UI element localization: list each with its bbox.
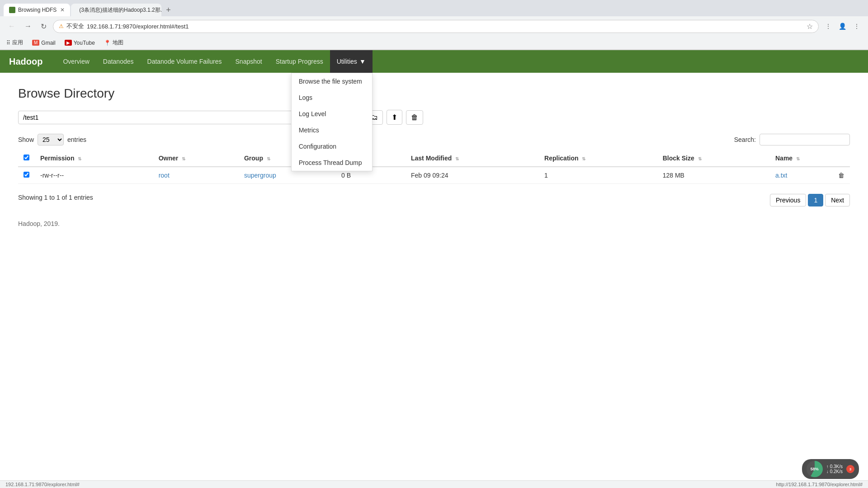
utilities-menu: Browse the file system Logs Log Level Me… (291, 73, 373, 171)
bookmark-icon[interactable]: ☆ (807, 22, 813, 31)
row-block-size: 128 MB (657, 167, 770, 184)
sort-block-size-icon: ⇅ (698, 156, 702, 161)
path-input[interactable] (18, 111, 335, 124)
col-owner-label: Owner (159, 155, 179, 162)
col-name-label: Name (775, 155, 793, 162)
navbar-brand[interactable]: Hadoop (9, 56, 42, 67)
youtube-icon: ▶ (65, 40, 72, 46)
row-group-link[interactable]: supergroup (244, 172, 276, 179)
bookmark-apps[interactable]: ⠿ 应用 (4, 38, 26, 47)
row-delete-icon[interactable]: 🗑 (838, 172, 844, 179)
bookmark-gmail-label: Gmail (41, 40, 55, 46)
col-name[interactable]: Name ⇅ (770, 150, 850, 167)
row-owner: root (153, 167, 239, 184)
tab-2[interactable]: (3条消息)描述细的Hadoop3.1.2那... ✕ (71, 4, 161, 16)
sort-replication-icon: ⇅ (582, 156, 585, 161)
nav-datanode-volume-failures[interactable]: Datanode Volume Failures (141, 50, 229, 73)
show-label: Show (18, 136, 34, 143)
navbar: Hadoop Overview Datanodes Datanode Volum… (0, 50, 868, 73)
menu-logs[interactable]: Logs (292, 89, 372, 106)
url-bar[interactable]: ⚠ 不安全 192.168.1.71:9870/explorer.html#/t… (53, 20, 819, 33)
menu-configuration[interactable]: Configuration (292, 138, 372, 155)
search-label: Search: (734, 136, 756, 143)
row-name: a.txt 🗑 (770, 167, 850, 184)
bookmark-gmail[interactable]: M Gmail (29, 39, 58, 47)
apps-icon: ⠿ (6, 40, 10, 46)
previous-button[interactable]: Previous (770, 194, 806, 206)
col-last-modified[interactable]: Last Modified ⇅ (406, 150, 539, 167)
search-row: Search: (734, 134, 850, 145)
back-button[interactable]: ← (5, 20, 18, 32)
col-permission-label: Permission (40, 155, 74, 162)
row-name-link[interactable]: a.txt (775, 172, 787, 179)
refresh-button[interactable]: ↻ (38, 20, 49, 33)
page-title: Browse Directory (18, 86, 850, 101)
tab-close-1[interactable]: ✕ (60, 7, 65, 13)
header-checkbox-col (18, 150, 35, 167)
row-permission: -rw-r--r-- (35, 167, 153, 184)
bookmark-youtube-label: YouTube (74, 40, 95, 46)
sort-group-icon: ⇅ (267, 156, 270, 161)
col-block-size[interactable]: Block Size ⇅ (657, 150, 770, 167)
profile-button[interactable]: 👤 (836, 21, 849, 32)
security-icon: ⚠ (59, 23, 64, 29)
col-group-label: Group (244, 155, 263, 162)
tab-label-1: Browsing HDFS (18, 7, 57, 13)
forward-button[interactable]: → (22, 20, 34, 32)
table-header: Permission ⇅ Owner ⇅ Group ⇅ Size ⇅ Last… (18, 150, 850, 167)
nav-startup-progress[interactable]: Startup Progress (269, 50, 330, 73)
tab-bar: Browsing HDFS ✕ (3条消息)描述细的Hadoop3.1.2那..… (0, 0, 868, 16)
row-replication: 1 (539, 167, 657, 184)
menu-process-thread-dump[interactable]: Process Thread Dump (292, 155, 372, 171)
menu-log-level[interactable]: Log Level (292, 106, 372, 122)
col-owner[interactable]: Owner ⇅ (153, 150, 239, 167)
security-label: 不安全 (66, 22, 84, 30)
entries-label: entries (67, 136, 86, 143)
select-all-checkbox[interactable] (24, 155, 29, 160)
sort-owner-icon: ⇅ (182, 156, 185, 161)
menu-metrics[interactable]: Metrics (292, 122, 372, 138)
footer: Hadoop, 2019. (18, 220, 850, 227)
delete-icon-btn[interactable]: 🗑 (406, 110, 423, 125)
menu-button[interactable]: ⋮ (851, 21, 863, 32)
new-tab-button[interactable]: + (162, 5, 175, 15)
entries-select[interactable]: 10 25 50 100 (38, 134, 64, 145)
table-row: -rw-r--r-- root supergroup 0 B Feb 09 09… (18, 167, 850, 184)
bookmark-youtube[interactable]: ▶ YouTube (62, 39, 98, 47)
browser-chrome: Browsing HDFS ✕ (3条消息)描述细的Hadoop3.1.2那..… (0, 0, 868, 50)
extensions-button[interactable]: ⋮ (822, 21, 834, 32)
dropdown-caret-icon: ▼ (359, 58, 366, 65)
table-body: -rw-r--r-- root supergroup 0 B Feb 09 09… (18, 167, 850, 184)
next-button[interactable]: Next (825, 194, 850, 206)
col-replication[interactable]: Replication ⇅ (539, 150, 657, 167)
sort-permission-icon: ⇅ (78, 156, 81, 161)
col-block-size-label: Block Size (663, 155, 694, 162)
sort-name-icon: ⇅ (796, 156, 800, 161)
menu-browse-filesystem[interactable]: Browse the file system (292, 73, 372, 89)
footer-text: Hadoop, 2019. (18, 220, 60, 227)
row-owner-link[interactable]: root (159, 172, 170, 179)
maps-icon: 📍 (104, 40, 111, 46)
col-replication-label: Replication (544, 155, 578, 162)
tab-favicon-1 (9, 7, 15, 13)
col-permission[interactable]: Permission ⇅ (35, 150, 153, 167)
gmail-icon: M (32, 40, 39, 46)
path-input-row: Go! 🗂 ⬆ 🗑 (18, 110, 850, 125)
nav-datanodes[interactable]: Datanodes (96, 50, 141, 73)
browser-actions: ⋮ 👤 ⋮ (822, 21, 863, 32)
url-text: 192.168.1.71:9870/explorer.html#/test1 (87, 23, 189, 30)
row-checkbox[interactable] (24, 172, 29, 178)
nav-snapshot[interactable]: Snapshot (229, 50, 269, 73)
tab-1[interactable]: Browsing HDFS ✕ (4, 4, 70, 16)
upload-icon-btn[interactable]: ⬆ (387, 110, 402, 125)
pagination-row: Showing 1 to 1 of 1 entries Previous 1 N… (18, 188, 850, 206)
main-content: Browse Directory Go! 🗂 ⬆ 🗑 Show 10 25 50… (0, 73, 868, 241)
page-1-button[interactable]: 1 (808, 194, 823, 206)
bookmark-maps[interactable]: 📍 地图 (101, 38, 126, 47)
search-input[interactable] (760, 134, 850, 145)
utilities-dropdown-button[interactable]: Utilities ▼ (330, 50, 373, 73)
show-entries: Show 10 25 50 100 entries (18, 134, 86, 145)
utilities-dropdown: Utilities ▼ Browse the file system Logs … (330, 50, 373, 73)
tab-label-2: (3条消息)描述细的Hadoop3.1.2那... (79, 6, 161, 14)
nav-overview[interactable]: Overview (56, 50, 96, 73)
